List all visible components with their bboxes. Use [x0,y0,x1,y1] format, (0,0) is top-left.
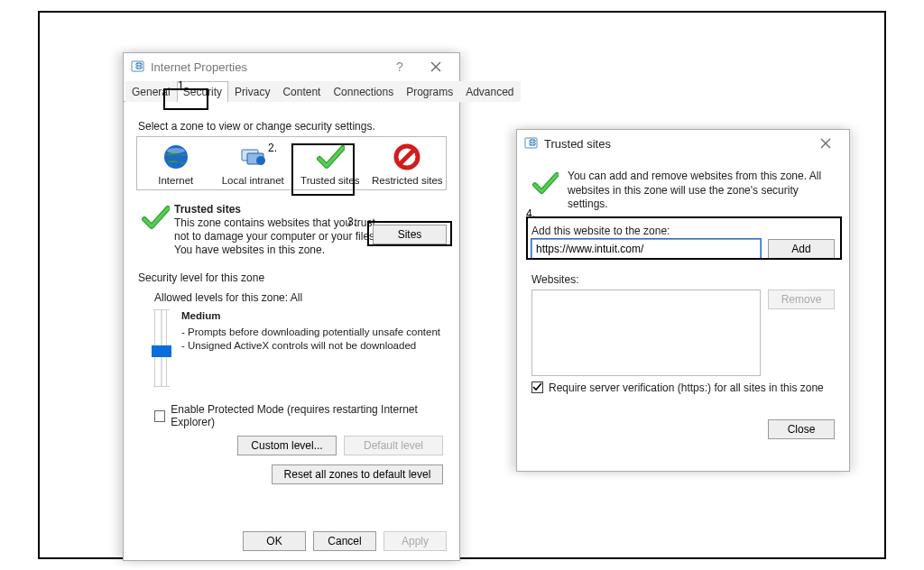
svg-point-7 [256,156,265,165]
require-https-label: Require server verification (https:) for… [549,382,824,394]
zone-internet[interactable]: Internet [137,142,215,186]
apply-button[interactable]: Apply [383,531,447,551]
zone-restricted-sites[interactable]: Restricted sites [369,142,447,186]
close-dialog-button[interactable]: Close [768,419,835,439]
dialog-title: Trusted sites [544,137,808,151]
cancel-button[interactable]: Cancel [313,531,376,551]
trusted-sites-dialog: Trusted sites You can add and remove web… [516,129,850,472]
zone-local-intranet[interactable]: Local intranet [215,142,292,186]
remove-button[interactable]: Remove [768,290,835,309]
default-level-button[interactable]: Default level [344,436,443,455]
level-description: Medium - Prompts before downloading pote… [181,309,440,387]
zone-detail-desc2: You have websites in this zone. [174,244,325,256]
tab-privacy[interactable]: Privacy [228,81,276,102]
zone-label: Internet [158,175,193,186]
sites-button[interactable]: Sites [373,225,447,244]
zone-label: Restricted sites [372,175,443,186]
intranet-icon [238,142,267,171]
checkmark-icon [136,203,174,257]
require-https-checkbox[interactable] [531,382,543,393]
checkmark-icon [531,170,568,212]
websites-listbox[interactable] [531,290,761,376]
custom-level-button[interactable]: Custom level... [237,436,337,455]
zone-label: Local intranet [222,175,284,186]
allowed-levels-label: Allowed levels for this zone: All [154,291,447,304]
tab-programs[interactable]: Programs [400,81,459,102]
checkmark-icon [316,142,345,171]
svg-point-4 [167,148,185,153]
annotation-4: 4. [526,207,535,220]
zone-list: Internet Local intranet [136,136,447,190]
protected-mode-label: Enable Protected Mode (requires restarti… [171,403,447,428]
zone-label: Trusted sites [300,175,359,186]
zone-instruction: Select a zone to view or change security… [138,120,445,133]
close-button[interactable] [418,57,454,77]
reset-zones-button[interactable]: Reset all zones to default level [272,464,443,484]
internet-options-icon [131,60,145,74]
annotation-3: 3. [347,216,356,228]
annotation-1: 1. [178,79,187,92]
protected-mode-checkbox[interactable] [154,410,165,422]
svg-line-9 [400,150,414,164]
restricted-icon [393,142,421,171]
website-url-input[interactable] [531,239,761,259]
tab-advanced[interactable]: Advanced [459,81,520,102]
security-level-slider[interactable] [154,309,167,387]
close-button[interactable] [808,133,844,153]
websites-label: Websites: [517,262,849,286]
tab-connections[interactable]: Connections [327,81,400,102]
dialog-bottom-buttons: OK Cancel Apply [124,531,459,551]
add-website-label: Add this website to the zone: [531,225,835,237]
add-button[interactable]: Add [768,239,835,259]
internet-properties-dialog: Internet Properties ? 1. General Securit… [123,52,460,561]
zone-trusted-sites[interactable]: Trusted sites [291,142,369,186]
zone-detail-title: Trusted sites [174,203,383,216]
help-button[interactable]: ? [382,57,418,77]
annotation-2: 2. [268,142,277,154]
titlebar: Trusted sites [517,130,849,157]
tab-general[interactable]: General [125,81,177,102]
dialog-title: Internet Properties [151,60,382,74]
trusted-msg: You can add and remove websites from thi… [568,170,835,212]
security-level-label: Security level for this zone [138,271,447,284]
tab-content[interactable]: Content [276,81,327,102]
globe-icon [162,142,190,171]
ok-button[interactable]: OK [243,531,306,551]
internet-options-icon [524,136,539,151]
titlebar: Internet Properties ? [124,53,459,80]
level-name: Medium [181,309,440,324]
tab-strip: General Security Privacy Content Connect… [124,80,459,102]
